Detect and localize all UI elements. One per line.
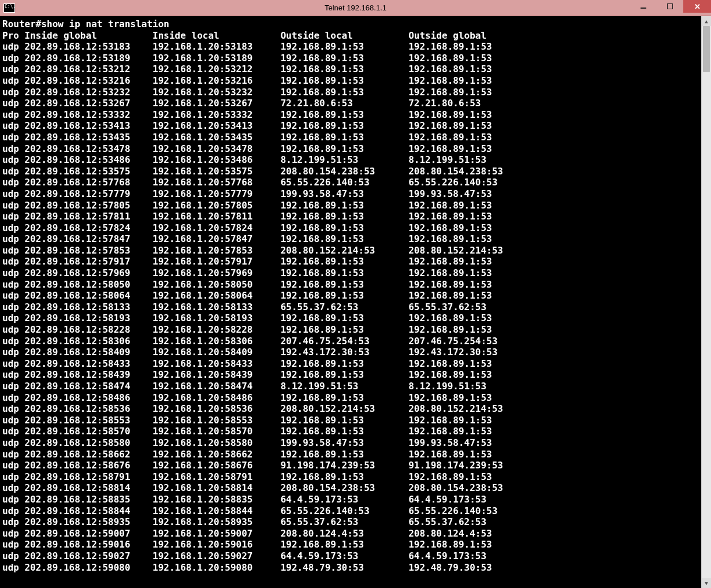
terminal-area: Router#show ip nat translation Pro Insid… [0, 16, 711, 588]
title-bar[interactable]: C:\. Telnet 192.168.1.1 ✕ [0, 0, 711, 16]
window-controls: ✕ [630, 0, 711, 13]
window-title: Telnet 192.168.1.1 [0, 3, 711, 12]
scroll-up-button[interactable]: ▲ [702, 16, 711, 26]
close-icon: ✕ [694, 2, 701, 11]
minimize-button[interactable] [630, 0, 657, 13]
scroll-thumb[interactable] [703, 26, 710, 72]
cmd-icon[interactable]: C:\. [3, 3, 15, 13]
scroll-down-button[interactable]: ▼ [702, 578, 711, 588]
vertical-scrollbar[interactable]: ▲ ▼ [701, 16, 711, 588]
close-button[interactable]: ✕ [683, 0, 711, 13]
maximize-button[interactable] [657, 0, 683, 13]
minimize-icon [641, 8, 646, 9]
maximize-icon [667, 3, 673, 9]
terminal-output[interactable]: Router#show ip nat translation Pro Insid… [0, 16, 701, 588]
